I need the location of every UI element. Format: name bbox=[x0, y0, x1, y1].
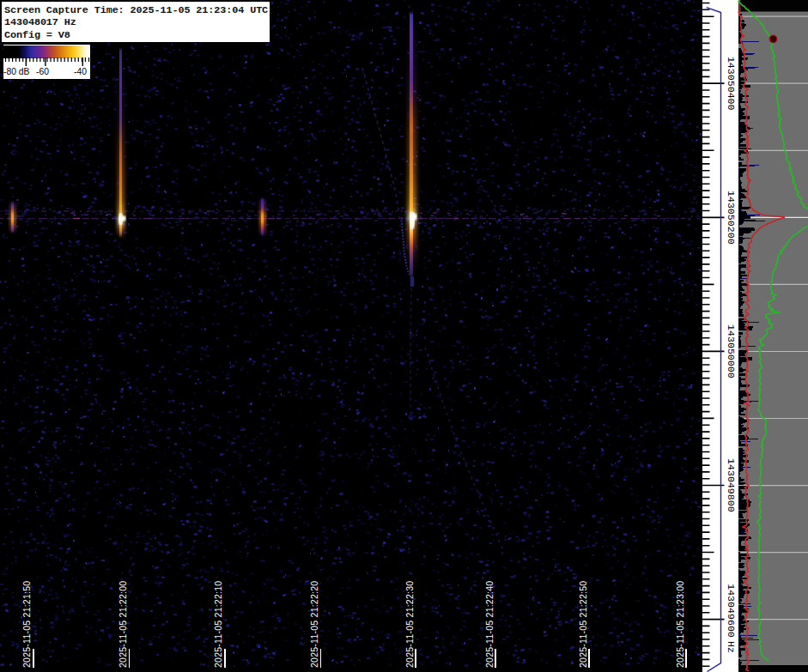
svg-text:Hz: Hz bbox=[726, 641, 737, 653]
svg-text:143050200: 143050200 bbox=[726, 191, 737, 245]
svg-text:143049600: 143049600 bbox=[726, 584, 737, 638]
svg-text:143049800: 143049800 bbox=[726, 458, 737, 512]
svg-text:143050400: 143050400 bbox=[726, 57, 737, 111]
svg-text:143050000: 143050000 bbox=[726, 324, 737, 378]
